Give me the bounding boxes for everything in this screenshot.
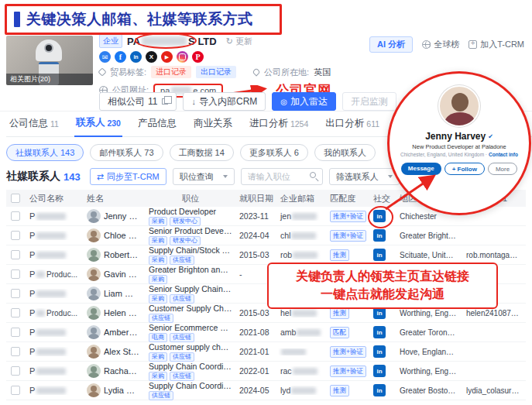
- contact-name-cell[interactable]: Rachael Kelly: [82, 364, 144, 378]
- row-checkbox[interactable]: [11, 269, 20, 279]
- row-checkbox[interactable]: [11, 366, 20, 376]
- row-checkbox[interactable]: [11, 289, 20, 298]
- contact-name-cell[interactable]: Jenny Harvey: [82, 209, 144, 223]
- linkedin-icon[interactable]: in: [373, 384, 386, 396]
- linkedin-icon[interactable]: in: [373, 345, 386, 358]
- contact-name-cell[interactable]: Chloe Jones: [82, 228, 144, 242]
- header-company: 公司名称: [25, 193, 82, 204]
- contact-name-cell[interactable]: Gavin Meeks: [82, 267, 144, 281]
- job-tag: 采购: [149, 352, 167, 362]
- header-job: 职位: [144, 193, 237, 204]
- more-button[interactable]: More: [488, 163, 517, 175]
- add-radar-button[interactable]: ◎ 加入雷达: [272, 92, 336, 111]
- tab-company-info[interactable]: 公司信息11: [8, 117, 60, 136]
- match-level-cell: 推测+验证: [325, 366, 369, 377]
- instagram-icon[interactable]: [177, 51, 188, 63]
- mail-icon[interactable]: ✉: [99, 51, 111, 63]
- job-tag: 采购: [149, 294, 167, 304]
- job-tag: 采购: [149, 275, 167, 284]
- avatar: [87, 325, 101, 339]
- linkedin-icon[interactable]: in: [373, 229, 386, 242]
- row-checkbox[interactable]: [11, 250, 20, 259]
- ai-analysis-button[interactable]: AI 分析: [369, 36, 413, 53]
- pinterest-icon[interactable]: P: [192, 51, 204, 63]
- social-cell: in: [369, 384, 395, 396]
- linkedin-icon[interactable]: in: [130, 51, 142, 63]
- company-name-cell: P: [25, 250, 82, 259]
- pill-my-contacts[interactable]: 我的联系人: [314, 144, 376, 161]
- avatar: [87, 383, 101, 397]
- youtube-icon[interactable]: ▶: [161, 51, 173, 63]
- select-all-checkbox[interactable]: [11, 194, 20, 203]
- contact-name-cell[interactable]: Lydia Colasurdo: [82, 383, 144, 397]
- chevron-down-icon: [388, 175, 393, 178]
- profile-avatar: [438, 85, 480, 127]
- tab-contacts[interactable]: 联系人230: [74, 116, 122, 137]
- company-photo[interactable]: 相关图片(20): [6, 36, 93, 85]
- table-row[interactable]: P Amber Whitty Senior Ecommerce & Supply…: [6, 323, 526, 342]
- table-row[interactable]: P Alex Styles Customer supply chain coor…: [6, 342, 526, 362]
- follow-button[interactable]: + Follow: [444, 163, 485, 175]
- pill-email-contacts[interactable]: 邮件联系人73: [90, 144, 163, 161]
- row-checkbox[interactable]: [11, 308, 20, 317]
- sync-tcrm-button[interactable]: ⇄ 同步至T-CRM: [90, 168, 166, 185]
- contact-name-cell[interactable]: Liam Gent: [82, 287, 144, 300]
- job-query-select[interactable]: 职位查询: [173, 168, 235, 185]
- chevron-down-icon: [223, 175, 228, 178]
- redacted-email: [291, 232, 316, 239]
- import-crm-button[interactable]: ↓ 导入内部CRM: [183, 92, 266, 111]
- pill-social-contacts[interactable]: 社媒联系人143: [6, 144, 84, 161]
- x-icon[interactable]: X: [146, 51, 157, 63]
- region-cell: Worthing, England,...: [395, 362, 462, 381]
- start-date-cell: 2023-11: [237, 211, 276, 221]
- globe-icon: [422, 40, 431, 49]
- tab-business-relations[interactable]: 商业关系: [192, 117, 234, 136]
- global-rank-button[interactable]: 全球榜: [422, 39, 459, 50]
- similar-companies-button[interactable]: 相似公司 11: [99, 92, 177, 111]
- table-row[interactable]: P Chloe Jones Senior Product Developer 采…: [6, 226, 526, 245]
- verified-icon: ✔: [488, 133, 493, 140]
- join-tcrm-button[interactable]: 加入T-CRM: [469, 39, 524, 50]
- row-checkbox[interactable]: [11, 347, 20, 356]
- table-row[interactable]: P Lydia Colasurdo Supply Chain Coordinat…: [6, 381, 526, 400]
- company-name-row: 企业 PA S LTD ↻ 更新: [99, 34, 331, 48]
- export-record-badge[interactable]: 出口记录: [196, 66, 236, 78]
- row-checkbox[interactable]: [11, 211, 20, 221]
- start-monitor-button[interactable]: 开启监测: [342, 92, 396, 111]
- table-row[interactable]: P Rachael Kelly Supply Chain Coordinator…: [6, 362, 526, 381]
- pill-business-data[interactable]: 工商数据14: [170, 144, 234, 161]
- linkedin-icon[interactable]: in: [373, 210, 386, 222]
- linkedin-icon[interactable]: in: [373, 326, 386, 338]
- row-checkbox[interactable]: [11, 328, 20, 337]
- contact-info-link[interactable]: Contact info: [489, 152, 518, 157]
- contact-name-cell[interactable]: Alex Styles: [82, 345, 144, 359]
- match-badge: 推测+验证: [330, 230, 366, 242]
- contact-name-cell[interactable]: Amber Whitty: [82, 325, 144, 339]
- redacted-company: [36, 252, 66, 259]
- tab-export-analysis[interactable]: 出口分析611: [324, 117, 381, 136]
- contact-name-cell[interactable]: Robert Monta...: [82, 248, 144, 262]
- company-location: 英国: [314, 67, 331, 78]
- job-tag: 供应链: [170, 372, 194, 381]
- pill-more-contacts[interactable]: 更多联系人6: [240, 144, 308, 161]
- company-name-cell: P: [25, 231, 82, 240]
- linkedin-icon[interactable]: in: [373, 365, 386, 377]
- refresh-button[interactable]: ↻ 更新: [226, 36, 252, 47]
- facebook-icon[interactable]: f: [115, 51, 126, 63]
- message-button[interactable]: Message: [401, 163, 441, 175]
- annotation-box: 关键负责人的领英主页直达链接 一键点击就能发起沟通: [267, 263, 498, 309]
- filter-contacts-select[interactable]: 筛选联系人: [329, 168, 400, 185]
- redacted-email: [291, 387, 316, 394]
- linkedin-icon[interactable]: in: [373, 249, 386, 261]
- match-level-cell: 推测+验证: [325, 346, 369, 358]
- job-tag: 采购: [149, 217, 167, 226]
- tab-import-analysis[interactable]: 进口分析1254: [248, 117, 310, 136]
- match-level-cell: 推测+验证: [325, 230, 369, 242]
- row-checkbox[interactable]: [11, 386, 20, 395]
- import-record-badge[interactable]: 进口记录: [151, 66, 191, 78]
- redacted-company: [36, 310, 45, 317]
- row-checkbox[interactable]: [11, 231, 20, 240]
- contact-name-cell[interactable]: Helen Johnstone: [82, 306, 144, 320]
- tab-products[interactable]: 产品信息: [136, 117, 178, 136]
- refresh-icon: ↻: [226, 36, 233, 46]
